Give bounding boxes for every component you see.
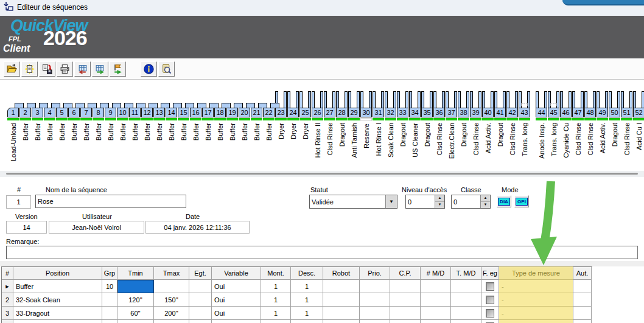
- cell-4-1[interactable]: [13, 320, 102, 323]
- cell-3-13[interactable]: [451, 307, 481, 320]
- stepper-arrows-icon[interactable]: ▲▼: [435, 195, 444, 208]
- f-eg-checkbox[interactable]: [486, 296, 494, 304]
- chevron-down-icon[interactable]: ▼: [385, 195, 397, 208]
- station-number[interactable]: 30: [360, 108, 372, 117]
- cell-1-10[interactable]: [360, 280, 390, 293]
- station-number[interactable]: 25: [299, 108, 311, 117]
- cell-1-7[interactable]: 1: [261, 280, 291, 293]
- cell-2-12[interactable]: [421, 293, 451, 307]
- station-38[interactable]: 38Dragout: [458, 91, 469, 196]
- cell-3-16[interactable]: [573, 307, 592, 320]
- station-45[interactable]: 45Trans. long: [548, 91, 559, 196]
- station-41[interactable]: 41Dragout: [494, 91, 506, 196]
- station-24[interactable]: 24Dryer: [287, 91, 299, 196]
- cell-1-12[interactable]: [421, 280, 451, 293]
- station-number[interactable]: 50: [609, 108, 620, 117]
- cell-2-9[interactable]: [323, 293, 360, 307]
- column-header-prio[interactable]: Prio.: [360, 267, 390, 280]
- cell-4-2[interactable]: [102, 320, 117, 323]
- column-header-tmin[interactable]: Tmin: [117, 267, 154, 280]
- station-number[interactable]: 40: [482, 108, 494, 117]
- station-49[interactable]: 49Acid Activ.: [597, 91, 608, 196]
- station-32[interactable]: 32Soak Clean: [385, 91, 396, 196]
- column-header-type-de-mesure[interactable]: Type de mesure: [499, 267, 573, 280]
- station-number[interactable]: 9: [105, 108, 116, 117]
- station-number[interactable]: 3: [32, 108, 43, 117]
- cell-3-11[interactable]: [390, 307, 421, 320]
- cell-3-15[interactable]: -: [499, 307, 573, 320]
- station-number[interactable]: 29: [348, 108, 360, 117]
- cell-4-7[interactable]: [261, 320, 291, 323]
- cell-1-4[interactable]: [154, 280, 189, 293]
- station-30[interactable]: 30Reserve: [360, 91, 372, 196]
- station-number[interactable]: 13: [153, 108, 165, 117]
- new-sequence-button[interactable]: [21, 61, 38, 77]
- cell-4-0[interactable]: [2, 320, 13, 323]
- station-number[interactable]: 46: [560, 108, 572, 117]
- station-number[interactable]: 49: [597, 108, 608, 117]
- station-number[interactable]: 11: [129, 108, 141, 117]
- station-number[interactable]: 14: [166, 108, 177, 117]
- cell-1-15[interactable]: -: [499, 280, 573, 293]
- cell-2-4[interactable]: 150'': [154, 293, 189, 307]
- cell-3-4[interactable]: 200'': [154, 307, 189, 320]
- cell-4-15[interactable]: [499, 320, 573, 323]
- column-header-m-d[interactable]: # M/D: [421, 267, 451, 280]
- station-number[interactable]: 21: [251, 108, 262, 117]
- cell-1-0[interactable]: ►: [2, 280, 13, 293]
- station-number[interactable]: 51: [621, 108, 632, 117]
- cell-2-13[interactable]: [451, 293, 481, 307]
- station-number[interactable]: 2: [19, 108, 31, 117]
- cell-2-1[interactable]: 32-Soak Clean: [13, 293, 102, 307]
- cell-3-14[interactable]: [481, 307, 499, 320]
- station-number[interactable]: 43: [519, 108, 530, 117]
- remarque-input[interactable]: [6, 246, 638, 259]
- station-29[interactable]: 29Anti Tarnish: [348, 91, 360, 196]
- cell-1-13[interactable]: [451, 280, 481, 293]
- station-44[interactable]: 44Anode Insp.: [536, 91, 547, 196]
- station-number[interactable]: 39: [470, 108, 481, 117]
- station-number[interactable]: 38: [458, 108, 469, 117]
- station-37[interactable]: 37Electr.Clean: [446, 91, 457, 196]
- station-number[interactable]: 22: [263, 108, 275, 117]
- cell-4-13[interactable]: [451, 320, 481, 323]
- cell-4-5[interactable]: [189, 320, 212, 323]
- station-40[interactable]: 40Acid Activ.: [482, 91, 494, 196]
- station-number[interactable]: 41: [494, 108, 506, 117]
- cell-3-6[interactable]: Oui: [212, 307, 261, 320]
- transfer-button[interactable]: [110, 61, 126, 77]
- station-number[interactable]: 1: [7, 108, 19, 117]
- station-number[interactable]: 48: [584, 108, 596, 117]
- cell-3-2[interactable]: [102, 307, 117, 320]
- station-47[interactable]: 47Clsd Rinse: [572, 91, 584, 196]
- mode-opi-button[interactable]: OPI: [514, 195, 529, 207]
- station-34[interactable]: 34US Cleaner: [409, 91, 421, 196]
- cell-3-10[interactable]: [360, 307, 390, 320]
- cell-4-8[interactable]: [291, 320, 323, 323]
- cell-4-4[interactable]: [154, 320, 189, 323]
- station-number[interactable]: 7: [80, 108, 92, 117]
- cell-4-14[interactable]: [481, 320, 499, 323]
- cell-2-5[interactable]: [189, 293, 212, 307]
- column-header-desc[interactable]: Desc.: [291, 267, 323, 280]
- station-number[interactable]: 31: [373, 108, 384, 117]
- station-number[interactable]: 20: [239, 108, 250, 117]
- cell-1-6[interactable]: Oui: [212, 280, 261, 293]
- station-50[interactable]: 50Dragout: [609, 91, 620, 196]
- station-42[interactable]: 42Clsd Rinse: [506, 91, 518, 196]
- column-header-f-eg[interactable]: F. eg: [481, 267, 499, 280]
- cell-2-8[interactable]: 1: [291, 293, 323, 307]
- station-number[interactable]: 18: [214, 108, 226, 117]
- station-number[interactable]: 15: [178, 108, 189, 117]
- cell-3-1[interactable]: 33-Dragout: [13, 307, 102, 320]
- column-header-grp[interactable]: Grp: [102, 267, 117, 280]
- station-51[interactable]: 51Clsd Rinse: [621, 91, 632, 196]
- info-button[interactable]: [141, 61, 157, 77]
- station-number[interactable]: 24: [287, 108, 299, 117]
- cell-4-12[interactable]: [421, 320, 451, 323]
- cell-1-9[interactable]: [323, 280, 360, 293]
- cell-1-8[interactable]: 1: [291, 280, 323, 293]
- cell-3-9[interactable]: [323, 307, 360, 320]
- station-number[interactable]: 35: [421, 108, 433, 117]
- statut-dropdown[interactable]: Validée ▼: [309, 195, 397, 209]
